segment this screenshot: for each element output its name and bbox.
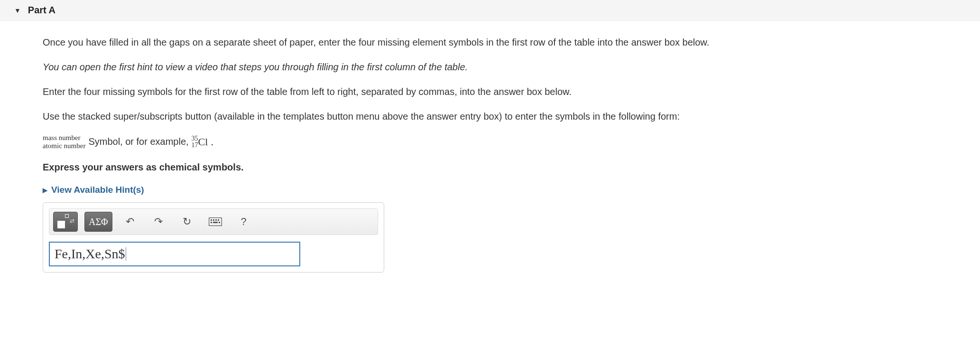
redo-icon: ↷ — [154, 216, 163, 228]
redo-button[interactable]: ↷ — [148, 212, 169, 232]
instruction-paragraph-1: Once you have filled in all the gaps on … — [43, 35, 937, 49]
expand-triangle-icon: ▶ — [43, 187, 47, 194]
greek-templates-button[interactable]: ΑΣΦ — [84, 212, 112, 232]
instruction-paragraph-3: Enter the four missing symbols for the f… — [43, 85, 937, 99]
help-icon: ? — [241, 216, 247, 228]
text-cursor — [126, 247, 126, 261]
svg-rect-6 — [213, 222, 218, 223]
svg-rect-3 — [215, 219, 217, 221]
reset-icon: ↻ — [183, 216, 191, 228]
question-content: Once you have filled in all the gaps on … — [0, 21, 980, 287]
mass-atomic-stack: mass number atomic number — [43, 134, 85, 150]
instruction-paragraph-2: You can open the first hint to view a vi… — [43, 60, 937, 74]
svg-rect-7 — [219, 222, 220, 223]
period: . — [211, 136, 213, 148]
svg-rect-4 — [218, 219, 219, 221]
collapse-triangle-icon: ▼ — [14, 7, 21, 14]
svg-rect-2 — [213, 219, 214, 221]
answer-input[interactable]: Fe,In,Xe,Sn$ — [49, 242, 300, 266]
hints-label: View Available Hint(s) — [51, 185, 144, 195]
part-header[interactable]: ▼ Part A — [0, 0, 980, 21]
symbol-text: Symbol, or for example, — [88, 136, 188, 147]
example-symbol: Cl — [198, 136, 208, 148]
example-stack: 35 17 — [192, 135, 198, 149]
keyboard-icon — [209, 217, 222, 226]
svg-rect-5 — [211, 222, 212, 223]
instruction-paragraph-4: Use the stacked super/subscripts button … — [43, 109, 937, 123]
reset-button[interactable]: ↻ — [176, 212, 198, 232]
express-instruction: Express your answers as chemical symbols… — [43, 160, 937, 174]
undo-button[interactable]: ↶ — [119, 212, 141, 232]
keyboard-button[interactable] — [204, 212, 226, 232]
example-isotope: 35 17 Cl — [192, 135, 208, 149]
mass-number-label: mass number — [43, 134, 85, 142]
isotope-format-line: mass number atomic number Symbol, or for… — [43, 134, 937, 150]
atomic-number-label: atomic number — [43, 142, 85, 150]
stacked-scripts-button[interactable]: ⇄ — [53, 212, 78, 232]
example-mass: 35 — [192, 135, 198, 142]
undo-icon: ↶ — [126, 216, 134, 228]
answer-box: ⇄ ΑΣΦ ↶ ↷ ↻ — [43, 202, 384, 273]
stacked-scripts-icon: ⇄ — [57, 215, 74, 228]
example-atomic: 17 — [192, 142, 198, 149]
view-hints-link[interactable]: ▶ View Available Hint(s) — [43, 185, 937, 195]
svg-rect-1 — [211, 219, 212, 221]
part-title: Part A — [28, 5, 55, 16]
greek-icon: ΑΣΦ — [89, 217, 108, 227]
equation-toolbar: ⇄ ΑΣΦ ↶ ↷ ↻ — [49, 208, 378, 235]
answer-value: Fe,In,Xe,Sn$ — [55, 246, 125, 262]
help-button[interactable]: ? — [233, 212, 255, 232]
